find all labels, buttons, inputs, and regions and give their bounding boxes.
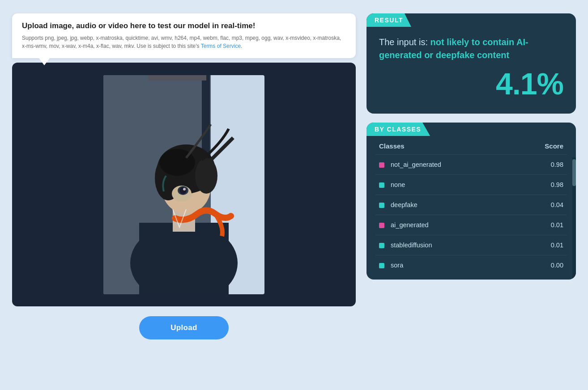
class-score-cell: 0.98 — [515, 175, 567, 195]
upload-tooltip: Upload image, audio or video here to tes… — [12, 13, 356, 58]
table-row: stablediffusion 0.01 — [375, 235, 567, 255]
classes-card-inner: Classes Score not_ai_generated 0.98 none… — [366, 136, 576, 280]
class-score-cell: 0.00 — [515, 255, 567, 276]
result-badge: RESULT — [366, 13, 411, 27]
table-row: sora 0.00 — [375, 255, 567, 276]
classes-badge-wrap: BY CLASSES — [366, 123, 576, 136]
class-label: stablediffusion — [391, 242, 432, 249]
result-text: The input is: not likely to contain AI-g… — [379, 36, 563, 62]
classes-table: Classes Score not_ai_generated 0.98 none… — [375, 136, 567, 275]
table-row: deepfake 0.04 — [375, 195, 567, 215]
class-label-cell: stablediffusion — [375, 235, 515, 255]
class-label-cell: deepfake — [375, 195, 515, 215]
class-label: ai_generated — [391, 221, 429, 229]
class-score-cell: 0.98 — [515, 155, 567, 175]
class-color-dot — [379, 243, 384, 248]
table-header-row: Classes Score — [375, 136, 567, 155]
class-label-cell: not_ai_generated — [375, 155, 515, 175]
table-row: not_ai_generated 0.98 — [375, 155, 567, 175]
classes-badge: BY CLASSES — [366, 123, 430, 136]
class-label: not_ai_generated — [391, 161, 441, 168]
class-label: deepfake — [391, 201, 418, 208]
classes-table-wrap[interactable]: Classes Score not_ai_generated 0.98 none… — [366, 136, 576, 280]
class-label-cell: none — [375, 175, 515, 195]
class-score-cell: 0.01 — [515, 215, 567, 235]
upload-button[interactable]: Upload — [139, 316, 228, 339]
upload-formats: Supports png, jpeg, jpg, webp, x-matrosk… — [22, 34, 346, 50]
scrollbar[interactable] — [572, 157, 576, 280]
upload-button-wrap: Upload — [12, 316, 356, 339]
svg-point-14 — [179, 187, 187, 194]
main-container: Upload image, audio or video here to tes… — [12, 13, 576, 339]
class-score-cell: 0.04 — [515, 195, 567, 215]
tos-link[interactable]: Terms of Service — [201, 43, 241, 49]
left-panel: Upload image, audio or video here to tes… — [12, 13, 356, 339]
upload-title: Upload image, audio or video here to tes… — [22, 21, 346, 30]
class-color-dot — [379, 162, 384, 168]
result-prefix: The input is: — [379, 37, 430, 47]
scroll-thumb[interactable] — [572, 159, 576, 186]
class-color-dot — [379, 223, 384, 228]
class-color-dot — [379, 263, 384, 268]
class-label-cell: sora — [375, 255, 515, 276]
class-color-dot — [379, 203, 384, 208]
image-preview-box — [12, 63, 356, 306]
class-score-cell: 0.01 — [515, 235, 567, 255]
svg-point-15 — [183, 188, 186, 191]
class-label: sora — [391, 262, 403, 269]
result-card: RESULT The input is: not likely to conta… — [366, 13, 576, 114]
table-row: none 0.98 — [375, 175, 567, 195]
svg-rect-5 — [139, 223, 229, 294]
result-percent: 4.1% — [379, 66, 563, 101]
class-color-dot — [379, 182, 384, 188]
col-header-classes: Classes — [375, 136, 515, 155]
table-row: ai_generated 0.01 — [375, 215, 567, 235]
uploaded-image — [103, 75, 264, 294]
right-panel: RESULT The input is: not likely to conta… — [366, 13, 576, 280]
class-label: none — [391, 181, 405, 188]
col-header-score: Score — [515, 136, 567, 155]
class-label-cell: ai_generated — [375, 215, 515, 235]
classes-card: BY CLASSES Classes Score not — [366, 123, 576, 280]
